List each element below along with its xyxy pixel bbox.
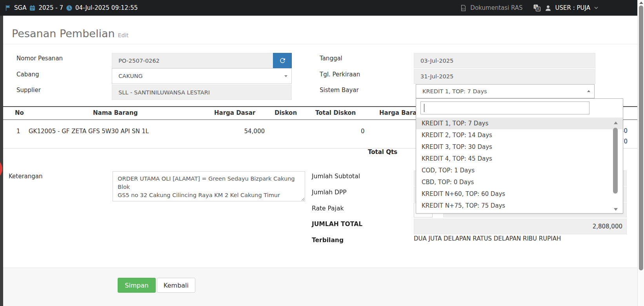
row-cell-harga-dasar: 54,000: [226, 128, 265, 135]
sistem-bayar-dropdown-panel: KREDIT 1, TOP: 7 Days KREDIT 2, TOP: 14 …: [416, 98, 623, 214]
sistem-bayar-caret-icon: [587, 90, 590, 92]
svg-text:A: A: [537, 7, 539, 11]
calendar-icon: [29, 5, 36, 11]
scrollbar-thumb[interactable]: [613, 128, 618, 194]
tgl-perkiraan-label: Tgl. Perkiraan: [320, 71, 360, 78]
title-divider: [3, 44, 637, 44]
scroll-down-arrow-icon[interactable]: [614, 208, 618, 211]
remove-row-icon[interactable]: [0, 159, 2, 179]
brand-label: SGA: [14, 4, 26, 11]
jumlah-total-field: 2,808,000: [414, 219, 627, 234]
keterangan-label: Keterangan: [9, 173, 43, 180]
jumlah-total-value: 2,808,000: [593, 223, 622, 230]
tanggal-label: Tanggal: [320, 55, 342, 62]
page-subtitle: Edit: [118, 32, 129, 38]
dropdown-option[interactable]: KREDIT N+75, TOP: 75 Days: [416, 200, 623, 212]
nomor-pesanan-input[interactable]: [118, 58, 266, 64]
refresh-number-button[interactable]: [273, 53, 292, 68]
row-cell-nama-barang: GK12005 - GF ZETA GFS 5W30 API SN 1L: [29, 128, 149, 135]
dropdown-option[interactable]: KREDIT 4, TOP: 45 Days: [416, 153, 623, 165]
supplier-label: Supplier: [16, 87, 41, 94]
col-header-harga-dasar: Harga Dasar: [214, 109, 255, 116]
footer-bar: Simpan Kembali: [3, 268, 637, 306]
refresh-icon: [279, 57, 286, 64]
user-menu-label[interactable]: USER : PUJA: [555, 4, 590, 11]
dropdown-option[interactable]: KREDIT 3, TOP: 30 Days: [416, 141, 623, 153]
tgl-perkiraan-field[interactable]: 31-Jul-2025: [414, 69, 595, 84]
sistem-bayar-selected-value: KREDIT 1, TOP: 7 Days: [422, 88, 487, 94]
keterangan-textarea[interactable]: ORDER UTAMA OLI [ALAMAT] = Green Sedayu …: [113, 171, 305, 201]
text-cursor: [424, 104, 424, 112]
flag-icon: [5, 5, 11, 11]
row-cell-no: 1: [16, 128, 20, 135]
terbilang-label: Terbilang: [312, 237, 344, 244]
dropdown-scrollbar[interactable]: [612, 119, 619, 212]
dropdown-option[interactable]: CBD, TOP: 0 Days: [416, 176, 623, 188]
jumlah-dpp-label: Jumlah DPP: [312, 189, 347, 196]
translate-icon[interactable]: 文A: [533, 4, 541, 12]
purchase-order-edit-page: SGA 2025 - 7 04-Jul-2025 09:12:55 Dokume…: [0, 0, 644, 306]
dropdown-search-input[interactable]: [420, 101, 589, 114]
supplier-field: SLL - SANTINILUWANSA LESTARI: [112, 85, 292, 100]
jumlah-subtotal-label: Jumlah Subtotal: [312, 173, 360, 180]
row-cell-total-diskon: 0: [361, 128, 365, 135]
nomor-pesanan-field[interactable]: [112, 53, 273, 68]
rate-pajak-label: Rate Pajak: [312, 205, 344, 212]
documentation-link[interactable]: Dokumentasi RAS: [470, 4, 522, 11]
jumlah-total-label: JUMLAH TOTAL: [312, 221, 362, 228]
nomor-pesanan-label: Nomor Pesanan: [16, 55, 63, 62]
supplier-value: SLL - SANTINILUWANSA LESTARI: [118, 89, 210, 96]
page-scrollbar-thumb[interactable]: [639, 5, 643, 270]
total-qts-label: Total Qts: [368, 148, 397, 156]
cabang-select[interactable]: CAKUNG: [112, 68, 292, 84]
clock-icon: [66, 5, 73, 11]
page-scrollbar[interactable]: [637, 0, 644, 306]
scroll-up-arrow-icon[interactable]: [614, 121, 618, 124]
page-scroll-up-arrow-icon[interactable]: [639, 2, 643, 4]
top-navigation-bar: SGA 2025 - 7 04-Jul-2025 09:12:55 Dokume…: [0, 0, 644, 16]
tanggal-value: 03-Jul-2025: [420, 58, 453, 64]
tanggal-field[interactable]: 03-Jul-2025: [414, 53, 595, 68]
page-title: Pesanan PembelianEdit: [12, 27, 129, 40]
col-header-nama-barang: Nama Barang: [93, 109, 138, 116]
period-label: 2025 - 7: [38, 4, 63, 11]
sistem-bayar-select[interactable]: KREDIT 1, TOP: 7 Days: [416, 84, 595, 98]
user-icon: [544, 4, 552, 12]
col-header-no: No: [15, 109, 24, 116]
dropdown-option[interactable]: KREDIT 2, TOP: 14 Days: [416, 129, 623, 141]
page-title-text: Pesanan Pembelian: [12, 27, 115, 40]
sistem-bayar-label: Sistem Bayar: [320, 87, 359, 94]
simpan-button[interactable]: Simpan: [118, 278, 156, 293]
datetime-label: 04-Jul-2025 09:12:55: [75, 4, 138, 11]
topbar-left-group: SGA 2025 - 7 04-Jul-2025 09:12:55: [5, 0, 138, 16]
col-header-total-diskon: Total Diskon: [315, 109, 356, 116]
documentation-icon: [460, 5, 467, 11]
dropdown-option[interactable]: KREDIT 1, TOP: 7 Days: [416, 118, 623, 129]
cabang-caret-icon: [284, 75, 287, 77]
kembali-button[interactable]: Kembali: [157, 278, 195, 293]
terbilang-value: DUA JUTA DELAPAN RATUS DELAPAN RIBU RUPI…: [414, 235, 561, 242]
tgl-perkiraan-value: 31-Jul-2025: [420, 73, 453, 80]
topbar-right-group: Dokumentasi RAS 文A USER : PUJA: [460, 0, 599, 16]
col-header-diskon: Diskon: [275, 109, 297, 116]
dropdown-option[interactable]: KREDIT N+60, TOP: 60 Days: [416, 188, 623, 200]
cabang-selected-value: CAKUNG: [118, 73, 143, 79]
dropdown-option[interactable]: COD, TOP: 1 Days: [416, 165, 623, 176]
cabang-label: Cabang: [16, 71, 39, 78]
chevron-down-icon[interactable]: [594, 5, 599, 10]
collapsed-sidebar-strip[interactable]: [0, 16, 3, 306]
